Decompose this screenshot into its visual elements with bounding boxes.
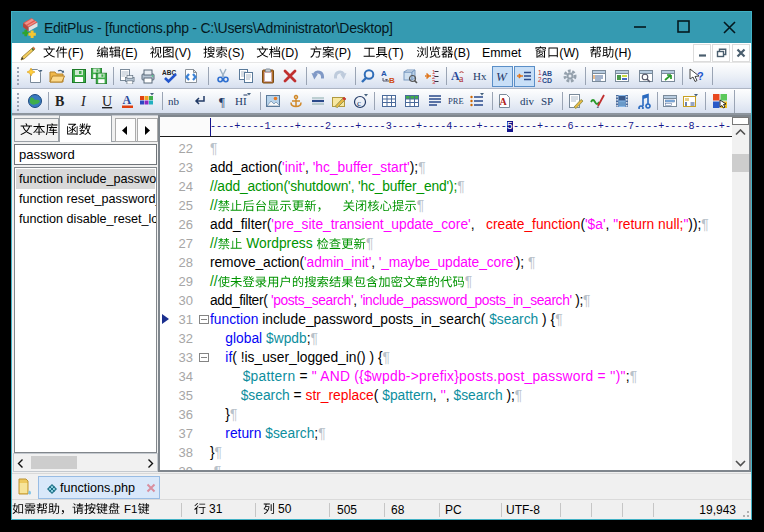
svg-text:Hx: Hx	[473, 70, 487, 82]
svg-text:¶: ¶	[219, 94, 225, 109]
svg-text:c: c	[357, 98, 361, 108]
svg-text:?: ?	[697, 70, 704, 82]
svg-text:W: W	[496, 69, 508, 84]
svg-text:HI: HI	[235, 95, 247, 107]
svg-text:a: a	[459, 73, 464, 84]
svg-text:SP: SP	[541, 95, 553, 107]
svg-text:U: U	[102, 94, 112, 109]
svg-text:I: I	[80, 94, 87, 109]
svg-text:div: div	[520, 95, 535, 107]
svg-text:nb: nb	[168, 95, 180, 107]
svg-text:A: A	[500, 96, 508, 107]
svg-text:A: A	[381, 69, 387, 78]
svg-text:B: B	[389, 76, 395, 84]
svg-text:PRE: PRE	[448, 96, 464, 106]
svg-text:A: A	[123, 93, 132, 107]
svg-text:AB: AB	[542, 70, 552, 77]
svg-text:B: B	[55, 94, 64, 109]
svg-text:CD: CD	[542, 77, 552, 84]
